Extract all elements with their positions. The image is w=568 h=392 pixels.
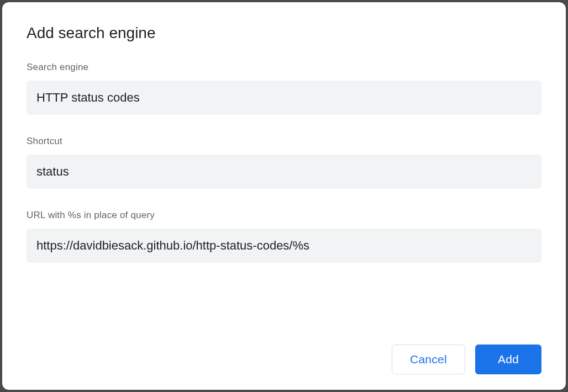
add-button[interactable]: Add — [475, 345, 541, 374]
search-engine-field-group: Search engine — [27, 62, 541, 115]
search-engine-input[interactable] — [27, 81, 541, 115]
dialog-title: Add search engine — [27, 24, 541, 42]
dialog-button-row: Cancel Add — [27, 333, 541, 374]
cancel-button[interactable]: Cancel — [392, 345, 465, 374]
add-search-engine-dialog: Add search engine Search engine Shortcut… — [2, 2, 566, 390]
url-input[interactable] — [27, 229, 541, 263]
shortcut-label: Shortcut — [27, 136, 541, 147]
shortcut-field-group: Shortcut — [27, 136, 541, 189]
url-field-group: URL with %s in place of query — [27, 210, 541, 263]
shortcut-input[interactable] — [27, 155, 541, 189]
url-label: URL with %s in place of query — [27, 210, 541, 221]
search-engine-label: Search engine — [27, 62, 541, 73]
